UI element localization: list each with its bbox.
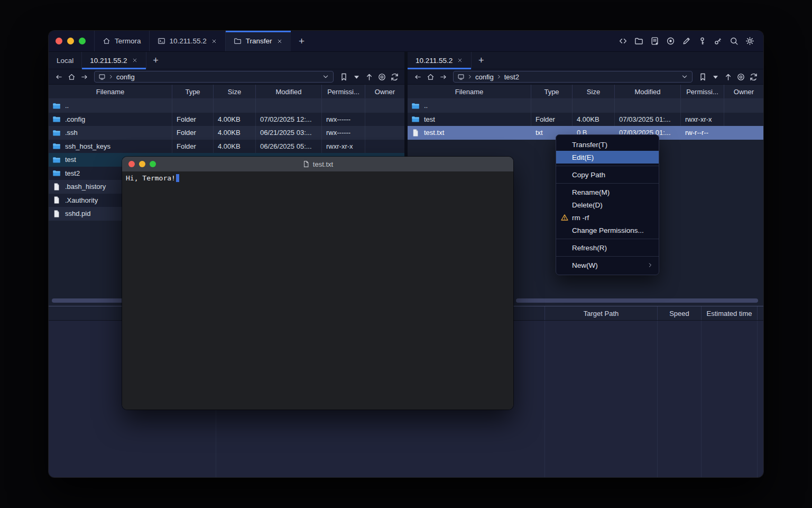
minimize-window-button[interactable]	[67, 38, 74, 44]
column-header[interactable]: Size	[572, 85, 614, 98]
new-tab-button[interactable]: +	[291, 31, 313, 51]
titlebar-spacer	[313, 31, 619, 51]
column-header[interactable]: Filename	[408, 85, 531, 98]
right-horizontal-scrollbar[interactable]	[516, 298, 758, 303]
refresh-button[interactable]	[747, 71, 760, 83]
close-icon[interactable]	[457, 57, 463, 64]
menu-item-transfer-t[interactable]: Transfer(T)	[556, 138, 659, 151]
path-segment[interactable]: config	[475, 73, 494, 81]
tab-local[interactable]: Local	[49, 52, 82, 69]
home-button[interactable]	[424, 71, 437, 83]
menu-item-copy-path[interactable]: Copy Path	[556, 168, 659, 181]
column-speed[interactable]: Speed	[657, 306, 701, 320]
column-header[interactable]: Size	[213, 85, 255, 98]
back-button[interactable]	[52, 71, 65, 83]
search-icon[interactable]	[730, 37, 739, 46]
close-icon[interactable]	[132, 57, 138, 64]
back-button[interactable]	[411, 71, 424, 83]
new-panel-tab-button[interactable]: +	[146, 52, 165, 69]
code-icon[interactable]	[619, 37, 628, 46]
desktop-background: Termora 10.211.55.2 Transfer +	[0, 0, 812, 508]
forward-button[interactable]	[437, 71, 449, 83]
eye-button[interactable]	[734, 71, 747, 83]
file-row--[interactable]: ..	[408, 99, 763, 113]
editor-traffic-lights	[122, 161, 156, 167]
new-panel-tab-button[interactable]: +	[472, 52, 491, 69]
caret-down-button[interactable]	[709, 71, 722, 83]
column-header[interactable]: Type	[172, 85, 213, 98]
file-row-ssh-host-keys[interactable]: ssh_host_keysFolder4.00KB06/26/2025 05:.…	[49, 140, 404, 153]
cell-name: test	[408, 113, 531, 126]
close-icon[interactable]	[211, 38, 217, 44]
refresh-button[interactable]	[388, 71, 401, 83]
path-segment[interactable]: config	[116, 73, 135, 81]
record-icon[interactable]	[666, 37, 675, 46]
minimize-window-button[interactable]	[139, 161, 145, 167]
file-row-test[interactable]: testFolder4.00KB07/03/2025 01:...rwxr-xr…	[408, 113, 763, 126]
column-header[interactable]: Permissi...	[321, 85, 365, 98]
editor-content[interactable]: Hi, Termora!	[122, 171, 513, 410]
menu-item-label: Edit(E)	[572, 153, 594, 161]
menu-item-delete-d[interactable]: Delete(D)	[556, 198, 659, 211]
file-row--ssh[interactable]: .sshFolder4.00KB06/21/2025 03:...rwx----…	[49, 126, 404, 140]
file-row--config[interactable]: .configFolder4.00KB07/02/2025 12:...rwx-…	[49, 113, 404, 126]
bookmark-icon	[339, 72, 348, 81]
menu-item-rename-m[interactable]: Rename(M)	[556, 186, 659, 198]
context-menu: Transfer(T)Edit(E)Copy PathRename(M)Dele…	[556, 134, 659, 275]
editor-title: test.txt	[122, 160, 513, 168]
column-target-path[interactable]: Target Path	[545, 306, 657, 320]
refresh-icon	[390, 72, 399, 81]
pencil-icon[interactable]	[682, 37, 691, 46]
cell-modified: 06/26/2025 05:...	[255, 140, 321, 153]
upload-button[interactable]	[722, 71, 734, 83]
column-header[interactable]: Modified	[614, 85, 680, 98]
menu-item-refresh-r[interactable]: Refresh(R)	[556, 241, 659, 254]
path-field[interactable]: configtest2	[453, 71, 693, 83]
close-icon[interactable]	[276, 38, 283, 44]
home-button[interactable]	[65, 71, 78, 83]
tab-remote-host[interactable]: 10.211.55.2	[82, 52, 146, 69]
editor-titlebar[interactable]: test.txt	[122, 157, 513, 171]
menu-item-rm-rf[interactable]: rm -rf	[556, 211, 659, 224]
column-header[interactable]: Type	[531, 85, 572, 98]
chevron-down-icon[interactable]	[681, 73, 688, 80]
column-estimated-time[interactable]: Estimated time	[701, 306, 757, 320]
tab-transfer[interactable]: Transfer	[225, 31, 291, 51]
zoom-window-button[interactable]	[79, 38, 86, 44]
gear-icon[interactable]	[745, 37, 754, 46]
file-row--[interactable]: ..	[49, 99, 404, 113]
path-field[interactable]: config	[94, 71, 334, 83]
path-segment[interactable]: test2	[504, 73, 519, 81]
column-header[interactable]: Owner	[365, 85, 404, 98]
folder-icon[interactable]	[634, 37, 643, 46]
column-header[interactable]: Modified	[255, 85, 321, 98]
document-icon[interactable]	[650, 37, 659, 46]
close-window-button[interactable]	[56, 38, 62, 44]
bookmark-button[interactable]	[337, 71, 350, 83]
menu-item-new-w[interactable]: New(W)	[556, 259, 659, 271]
keychain-icon[interactable]	[714, 37, 723, 46]
caret-down-button[interactable]	[350, 71, 363, 83]
zoom-window-button[interactable]	[150, 161, 156, 167]
tab-termora[interactable]: Termora	[94, 31, 149, 51]
column-header[interactable]: Permissi...	[680, 85, 724, 98]
folder-icon	[234, 37, 242, 45]
upload-button[interactable]	[363, 71, 375, 83]
tab-host[interactable]: 10.211.55.2	[149, 31, 225, 51]
column-header[interactable]: Filename	[49, 85, 172, 98]
folder-fill-icon	[52, 129, 61, 137]
menu-item-change-permissions[interactable]: Change Permissions...	[556, 224, 659, 237]
folder-fill-icon	[411, 102, 420, 110]
key-icon[interactable]	[698, 37, 707, 46]
file-table-header: FilenameTypeSizeModifiedPermissi...Owner	[408, 85, 763, 99]
close-window-button[interactable]	[128, 161, 135, 167]
bookmark-button[interactable]	[696, 71, 709, 83]
column-header[interactable]: Owner	[724, 85, 763, 98]
menu-separator	[556, 256, 659, 257]
menu-item-label: Copy Path	[572, 171, 605, 179]
menu-item-edit-e[interactable]: Edit(E)	[556, 151, 659, 164]
chevron-down-icon[interactable]	[322, 73, 329, 80]
eye-button[interactable]	[375, 71, 388, 83]
tab-remote-host[interactable]: 10.211.55.2	[408, 52, 472, 69]
forward-button[interactable]	[78, 71, 90, 83]
